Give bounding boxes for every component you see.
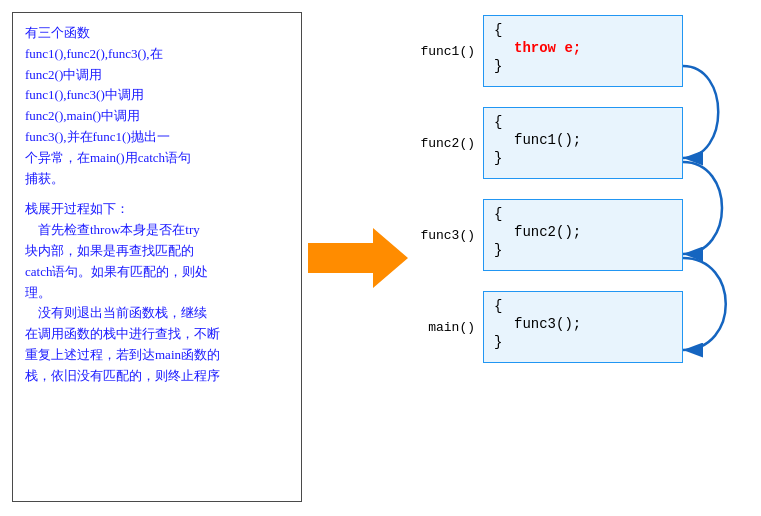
main-row: main() { func3(); } xyxy=(415,291,745,363)
main-open-brace: { xyxy=(494,298,672,314)
func3-open-brace: { xyxy=(494,206,672,222)
func2-box: { func1(); } xyxy=(483,107,683,179)
paragraph-2: 栈展开过程如下： 首先检查throw本身是否在try 块内部，如果是再查找匹配的… xyxy=(25,199,289,386)
func3-label: func3() xyxy=(415,228,483,243)
func2-call: func1(); xyxy=(514,132,581,148)
main-code: func3(); xyxy=(494,314,672,334)
paragraph-1: 有三个函数 func1(),func2(),func3(),在 func2()中… xyxy=(25,23,289,189)
func3-close-brace: } xyxy=(494,242,672,258)
func2-close-brace: } xyxy=(494,150,672,166)
func3-call: func2(); xyxy=(514,224,581,240)
func1-close-brace: } xyxy=(494,58,672,74)
func1-open-brace: { xyxy=(494,22,672,38)
func3-code: func2(); xyxy=(494,222,672,242)
func3-row: func3() { func2(); } xyxy=(415,199,745,271)
func1-code: throw e; xyxy=(494,38,672,58)
func2-label: func2() xyxy=(415,136,483,151)
function-stack: func1() { throw e; } func2() { func1(); … xyxy=(415,15,745,383)
main-box: { func3(); } xyxy=(483,291,683,363)
description-panel: 有三个函数 func1(),func2(),func3(),在 func2()中… xyxy=(12,12,302,502)
func1-label: func1() xyxy=(415,44,483,59)
func2-open-brace: { xyxy=(494,114,672,130)
func3-box: { func2(); } xyxy=(483,199,683,271)
func1-box: { throw e; } xyxy=(483,15,683,87)
main-arrow xyxy=(308,228,408,288)
main-call: func3(); xyxy=(514,316,581,332)
main-label: main() xyxy=(415,320,483,335)
func1-row: func1() { throw e; } xyxy=(415,15,745,87)
throw-keyword: throw e; xyxy=(514,40,581,56)
main-close-brace: } xyxy=(494,334,672,350)
svg-marker-1 xyxy=(308,228,408,288)
func2-code: func1(); xyxy=(494,130,672,150)
func2-row: func2() { func1(); } xyxy=(415,107,745,179)
